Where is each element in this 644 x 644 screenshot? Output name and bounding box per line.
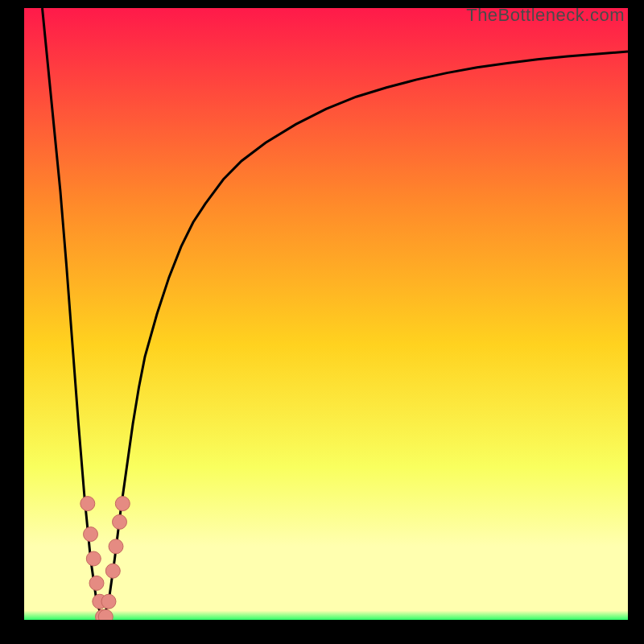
data-dot bbox=[115, 497, 130, 511]
watermark-text: TheBottleneck.com bbox=[466, 5, 625, 26]
data-dot bbox=[101, 594, 116, 609]
data-dot bbox=[105, 564, 120, 578]
chart-stage: TheBottleneck.com bbox=[0, 0, 644, 644]
bottleneck-curve bbox=[43, 8, 629, 620]
data-dot bbox=[80, 497, 95, 511]
data-dot bbox=[98, 609, 113, 620]
curve-layer bbox=[24, 8, 628, 620]
data-dot bbox=[109, 539, 123, 554]
data-dots bbox=[80, 497, 130, 620]
data-dot bbox=[86, 551, 101, 566]
data-dot bbox=[84, 527, 98, 542]
data-dot bbox=[113, 514, 127, 529]
plot-area bbox=[24, 8, 628, 620]
data-dot bbox=[89, 576, 104, 590]
